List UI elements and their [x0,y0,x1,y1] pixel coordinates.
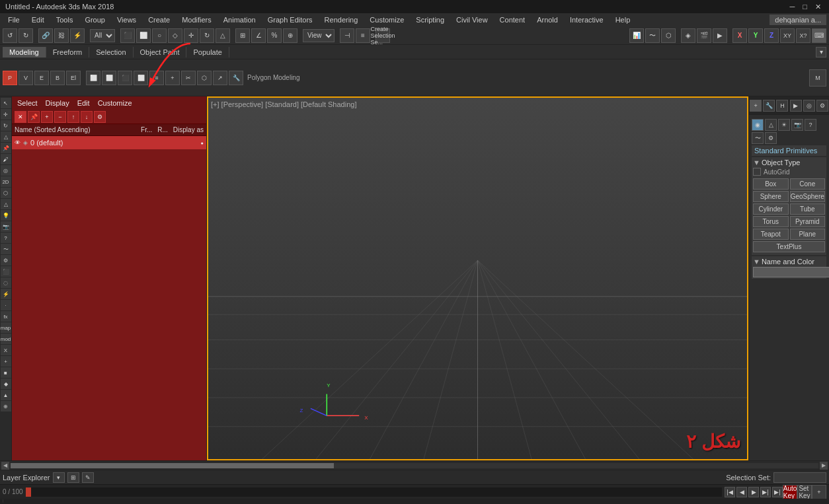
fence-select-button[interactable]: ◇ [168,28,182,43]
lt-wire[interactable]: ⬡ [1,188,11,198]
menu-rendering[interactable]: Rendering [319,15,364,25]
xp-axis-button[interactable]: X? [796,28,810,43]
menu-edit[interactable]: Edit [26,15,50,25]
sc-move-up[interactable]: ↑ [67,111,79,123]
lt-isolate[interactable]: ◎ [1,165,11,176]
btn-box[interactable]: Box [753,178,789,190]
scale-button[interactable]: △ [216,28,230,43]
menu-interactive[interactable]: Interactive [565,15,609,25]
minimize-button[interactable]: ─ [787,3,798,11]
menu-tools[interactable]: Tools [51,15,79,25]
ribbon-btn-vertex[interactable]: V [19,71,33,85]
scene-menu-customize[interactable]: Customize [95,99,135,107]
menu-create[interactable]: Create [143,15,175,25]
menu-modifiers[interactable]: Modifiers [177,15,217,25]
keyboard-icon[interactable]: ⌨ [812,28,826,43]
name-input[interactable] [753,267,829,277]
lt-helpers[interactable]: ? [1,233,11,243]
sc-close[interactable]: ✕ [15,111,26,123]
lt-systems[interactable]: ⚙ [1,255,11,266]
y-axis-button[interactable]: Y [748,28,763,43]
tab-selection[interactable]: Selection [89,47,133,57]
tab-populate[interactable]: Populate [186,47,229,57]
scroll-left-button[interactable]: ◀ [1,462,9,470]
align-button[interactable]: ≡ [356,28,370,43]
z-axis-button[interactable]: Z [764,28,779,43]
move-button[interactable]: ✛ [184,28,198,43]
btn-cone[interactable]: Cone [790,178,826,190]
layer-btn-2[interactable]: ✎ [82,472,94,483]
menu-group[interactable]: Group [79,15,110,25]
rt-tab-utilities[interactable]: ⚙ [816,100,828,112]
lt-dynamics[interactable]: ⚡ [1,289,11,299]
set-key-button[interactable]: Set Key [797,485,812,499]
lt-lights[interactable]: 💡 [1,210,11,221]
object-type-header[interactable]: ▼ Object Type [753,159,825,166]
rt-geometry-icon[interactable]: ◉ [752,119,764,131]
menu-content[interactable]: Content [494,15,531,25]
play-button[interactable]: ▶ [748,487,759,497]
btn-tube[interactable]: Tube [790,203,826,215]
rt-shapes-icon[interactable]: △ [765,119,777,131]
ribbon-btn-6[interactable]: + [165,71,180,85]
close-button[interactable]: ✕ [812,3,824,11]
percent-snap[interactable]: % [267,28,282,43]
tab-object-paint[interactable]: Object Paint [134,47,187,57]
filter-select[interactable]: All [90,29,115,42]
rt-tab-modify[interactable]: 🔧 [763,100,775,112]
redo-button[interactable]: ↻ [19,28,33,43]
layer-btn-1[interactable]: ⊞ [67,472,79,483]
lt-rotate[interactable]: ↻ [1,120,11,131]
btn-cylinder[interactable]: Cylinder [753,203,789,215]
rt-tab-hierarchy[interactable]: H [776,100,788,112]
tab-menu-button[interactable]: ▾ [816,47,826,57]
timeline-track[interactable] [26,487,722,497]
auto-key-button[interactable]: Auto Key [783,485,797,499]
snap-toggle[interactable]: ⊞ [235,28,250,43]
go-start-button[interactable]: |◀ [725,487,735,497]
lt-extra3[interactable]: ◆ [1,378,11,389]
circle-select-button[interactable]: ○ [152,28,167,43]
lt-space-warps[interactable]: 〜 [1,244,11,254]
titlebar-controls[interactable]: ─ □ ✕ [787,3,824,11]
btn-torus[interactable]: Torus [753,216,789,227]
mirror-button[interactable]: ⊣ [340,28,354,43]
lt-place[interactable]: 📌 [1,143,11,153]
lt-2d[interactable]: 2D [1,176,11,187]
lt-extra4[interactable]: ▲ [1,390,11,400]
ribbon-btn-element[interactable]: El [66,71,81,85]
lt-extra2[interactable]: ■ [1,367,11,378]
scene-menu-edit[interactable]: Edit [75,99,93,107]
rt-helpers-icon[interactable]: ? [805,119,816,131]
lt-extra1[interactable]: + [1,356,11,367]
render-button[interactable]: ▶ [713,28,727,43]
ribbon-btn-4[interactable]: ⬜ [134,71,148,85]
tab-modeling[interactable]: Modeling [3,47,46,57]
autogrid-checkbox[interactable] [753,168,761,176]
scroll-right-button[interactable]: ▶ [820,462,828,470]
menu-file[interactable]: File [3,15,25,25]
btn-textplus[interactable]: TextPlus [753,241,825,252]
lt-move[interactable]: ✛ [1,109,11,120]
menu-customize[interactable]: Customize [364,15,409,25]
ribbon-btn-polygon[interactable]: P [3,71,17,85]
go-end-button[interactable]: ▶| [772,487,783,497]
rt-tab-display[interactable]: ◎ [803,100,815,112]
lt-select[interactable]: ↖ [1,98,11,108]
lt-scale[interactable]: △ [1,131,11,142]
x-axis-button[interactable]: X [732,28,747,43]
material-editor-button[interactable]: ◈ [681,28,695,43]
scroll-track[interactable] [11,463,818,468]
menu-civil-view[interactable]: Civil View [451,15,493,25]
ribbon-btn-2[interactable]: ⬜ [102,71,116,85]
spinner-snap[interactable]: ⊕ [283,28,297,43]
rotate-button[interactable]: ↻ [200,28,214,43]
angle-snap[interactable]: ∠ [251,28,266,43]
menu-views[interactable]: Views [112,15,141,25]
maximize-button[interactable]: □ [800,3,810,11]
menu-arnold[interactable]: Arnold [532,15,563,25]
ribbon-btn-8[interactable]: ⬡ [197,71,212,85]
xy-axis-button[interactable]: XY [780,28,795,43]
lt-extra5[interactable]: ⊕ [1,401,11,412]
ribbon-btn-7[interactable]: ✂ [181,71,196,85]
